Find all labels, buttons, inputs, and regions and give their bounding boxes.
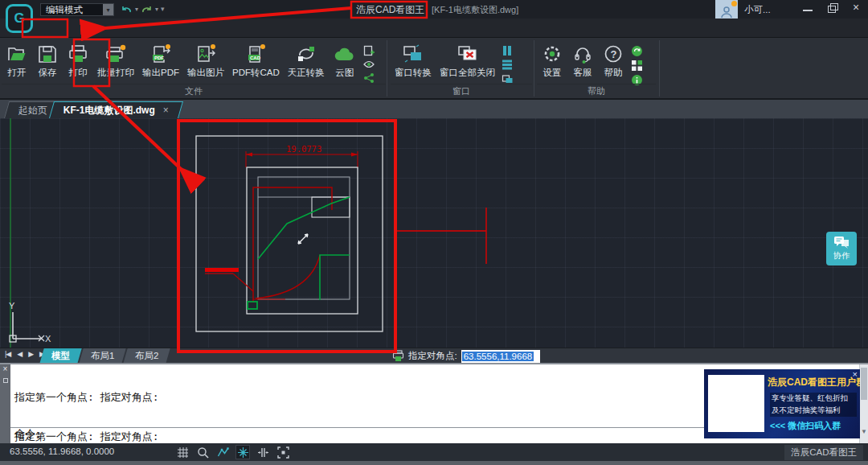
drawing-green-box — [248, 302, 257, 309]
window-small-buttons — [499, 41, 515, 84]
undo-dropdown-icon[interactable]: ▾ — [135, 6, 138, 13]
svg-text:CAD: CAD — [250, 56, 261, 60]
tab-layout1[interactable]: 布局1 — [79, 348, 126, 364]
pdf-to-cad-button[interactable]: CAD PDF转CAD — [228, 41, 284, 81]
export-image-button[interactable]: 输出图片 — [183, 41, 228, 81]
collaborate-button[interactable]: 协作 — [826, 232, 857, 265]
print-icon — [67, 43, 89, 65]
fullscreen-toggle-icon[interactable] — [276, 445, 290, 459]
first-tab-button[interactable]: |◀ — [5, 350, 10, 358]
view-drawing-icon[interactable] — [363, 59, 375, 70]
scrollbar-thumb[interactable] — [861, 368, 867, 400]
popup-benefit-line: 享专业答疑、红包折扣 — [770, 393, 857, 405]
ribbon-group-file: 打开 保存 打印 批量打印 PDF 输出PDF — [2, 38, 386, 98]
tile-vertical-icon[interactable] — [502, 45, 513, 56]
popup-cta: <<< 微信扫码入群 — [770, 420, 841, 432]
settings-button[interactable]: 设置 — [537, 41, 567, 81]
print-button[interactable]: 打印 — [63, 41, 93, 81]
text-caret — [534, 351, 539, 361]
scroll-down-icon[interactable]: ▼ — [860, 428, 868, 435]
dynamic-input: 指定对角点: 63.5556,11.9668 — [392, 348, 540, 364]
tab-layout2[interactable]: 布局2 — [124, 348, 171, 364]
mode-select-dropdown-icon[interactable]: ▾ — [103, 4, 113, 15]
share-icon[interactable] — [363, 72, 375, 84]
popup-close-icon[interactable]: × — [853, 369, 858, 379]
redo-dropdown-icon[interactable]: ▾ — [155, 6, 158, 13]
export-pdf-icon: PDF — [149, 43, 172, 65]
grid-toggle-icon[interactable] — [175, 445, 190, 459]
tile-horizontal-icon[interactable] — [502, 59, 513, 70]
tianzheng-convert-button[interactable]: 天正转换 — [284, 41, 329, 81]
app-window: 编辑模式 ▾ ▾ ▾ ▾ 浩辰CAD看图王 [KF-1电缆敷设图.dwg] 小可… — [0, 0, 868, 465]
doc-tab-close-icon[interactable]: × — [163, 105, 169, 116]
quick-access-toolbar: ▾ ▾ ▾ — [121, 3, 165, 14]
window-controls: × — [802, 2, 862, 14]
command-input[interactable]: 指定第一个角点: 指定对角点: — [14, 430, 158, 444]
new-features-icon[interactable] — [631, 60, 643, 72]
cloud-icon — [333, 43, 357, 65]
prev-tab-button[interactable]: ◀ — [17, 350, 22, 358]
close-all-windows-button[interactable]: 窗口全部关闭 — [436, 41, 499, 81]
command-panel-close-icon[interactable]: × — [3, 364, 8, 373]
ucs-y-label: Y — [9, 301, 15, 311]
notification-badge — [731, 1, 737, 6]
ucs-icon: Y — [9, 301, 44, 342]
question-icon: ? — [602, 43, 624, 65]
command-scrollbar[interactable]: ▼ — [859, 364, 868, 443]
redo-icon[interactable] — [141, 3, 153, 14]
support-label: 客服 — [574, 67, 592, 79]
window-switch-icon — [401, 43, 425, 65]
customize-toolbar-icon[interactable]: ▾ — [161, 5, 165, 13]
restore-button[interactable] — [826, 2, 837, 14]
cloud-drawing-button[interactable]: 云图 — [329, 41, 361, 81]
close-button[interactable]: × — [850, 2, 862, 14]
dynamic-input-field[interactable]: 63.5556,11.9668 — [461, 350, 540, 363]
help-small-buttons — [628, 41, 645, 86]
status-bar: 63.5556, 11.9668, 0.0000 浩辰CAD看图王 — [0, 443, 868, 461]
coordinates-readout: 63.5556, 11.9668, 0.0000 — [10, 446, 114, 456]
drawing-green-cable — [258, 197, 350, 300]
printer-prompt-icon — [392, 350, 404, 362]
save-button[interactable]: 保存 — [32, 41, 63, 81]
help-button[interactable]: ? 帮助 — [598, 41, 628, 81]
export-image-icon — [194, 43, 217, 65]
mode-select[interactable]: 编辑模式 ▾ — [40, 3, 114, 16]
doc-tab-drawing[interactable]: KF-1电缆敷设图.dwg × — [49, 101, 183, 118]
cascade-windows-icon[interactable] — [502, 72, 513, 84]
drawing-canvas[interactable]: 19.0773 — [0, 118, 868, 348]
user-name[interactable]: 小可... — [744, 4, 771, 16]
layout-tab-bar: |◀ ◀ ▶ ▶| 模型 布局1 布局2 指定对角点: 63.5556,11.9… — [0, 348, 868, 363]
lineweight-toggle-icon[interactable] — [256, 445, 270, 459]
ribbon-group-window: 窗口转换 窗口全部关闭 窗口 — [391, 38, 532, 98]
batch-print-label: 批量打印 — [97, 67, 134, 79]
batch-print-button[interactable]: 批量打印 — [93, 41, 138, 81]
export-pdf-button[interactable]: PDF 输出PDF — [138, 41, 183, 81]
undo-icon[interactable] — [121, 3, 133, 14]
tab-model[interactable]: 模型 — [39, 348, 81, 364]
qr-code — [708, 375, 764, 432]
title-bar: 编辑模式 ▾ ▾ ▾ ▾ 浩辰CAD看图王 [KF-1电缆敷设图.dwg] 小可… — [0, 0, 868, 19]
support-button[interactable]: 客服 — [567, 41, 598, 81]
minimize-button[interactable] — [802, 2, 813, 14]
person-icon — [720, 6, 733, 19]
tab-layout2-label: 布局2 — [135, 350, 158, 362]
command-panel-rail: × — [0, 364, 10, 443]
window-group-label: 窗口 — [391, 84, 532, 97]
open-button[interactable]: 打开 — [2, 41, 32, 81]
check-update-icon[interactable] — [631, 45, 643, 57]
next-tab-button[interactable]: ▶ — [28, 350, 33, 358]
app-logo[interactable]: G — [6, 4, 33, 33]
new-drawing-icon[interactable] — [363, 45, 375, 56]
user-avatar[interactable] — [715, 0, 738, 19]
dimension-annotation: 19.0773 — [246, 144, 358, 167]
dynamic-input-value: 63.5556,11.9668 — [462, 352, 534, 361]
popup-title: 浩辰CAD看图王用户群 — [768, 376, 858, 389]
polyline-toggle-icon[interactable] — [215, 445, 230, 459]
layout-tabs: 模型 布局1 布局2 — [42, 348, 170, 364]
zoom-toggle-icon[interactable] — [195, 445, 210, 459]
snap-toggle-icon[interactable] — [235, 445, 250, 459]
command-history-line: 指定第一个角点: 指定对角点: — [14, 391, 158, 403]
window-switch-button[interactable]: 窗口转换 — [391, 41, 436, 81]
command-panel-dock-icon[interactable] — [3, 378, 8, 383]
batch-print-icon — [104, 43, 127, 65]
